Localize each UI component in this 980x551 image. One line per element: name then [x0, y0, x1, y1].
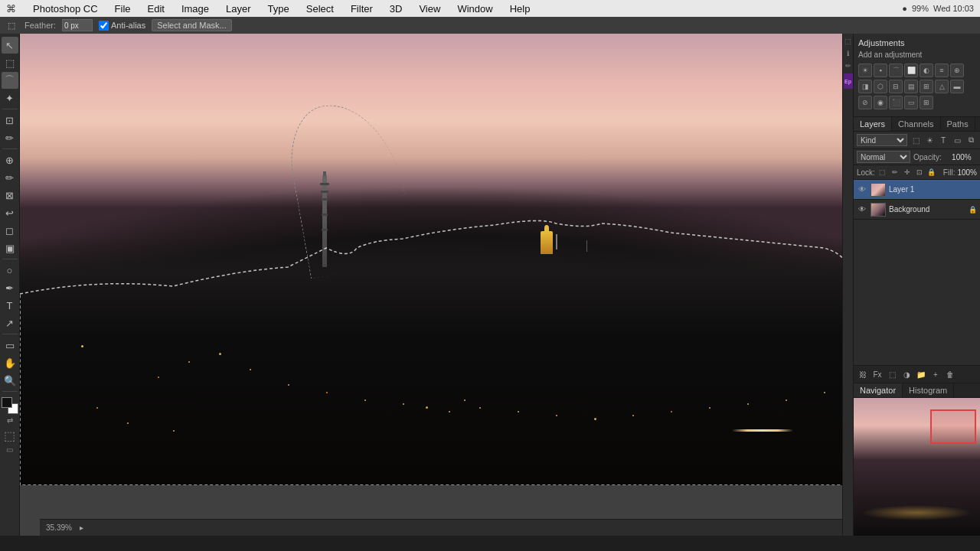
tab-histogram[interactable]: Histogram	[903, 383, 954, 397]
invert-adj[interactable]: ⊘	[858, 96, 872, 109]
color-lookup-adj[interactable]: ▤	[904, 80, 918, 93]
menu-type[interactable]: Type	[265, 3, 292, 15]
swap-colors-icon[interactable]: ⇄	[7, 416, 13, 425]
lock-pixels-icon[interactable]: ✏	[890, 167, 900, 178]
menu-layer[interactable]: Layer	[223, 3, 254, 15]
menu-image[interactable]: Image	[178, 3, 212, 15]
pen-tool[interactable]: ✒	[2, 279, 18, 296]
exposure-adj[interactable]: ⬜	[904, 64, 918, 77]
menu-select[interactable]: Select	[303, 3, 337, 15]
delete-layer-btn[interactable]: 🗑	[944, 368, 956, 380]
channel-mixer-adj[interactable]: ⊟	[889, 80, 903, 93]
link-layers-btn[interactable]: ⛓	[857, 368, 869, 380]
lasso-tool-btn[interactable]: ⬚	[5, 20, 18, 31]
tool-separator-4	[2, 334, 18, 334]
select-and-mask-button[interactable]: Select and Mask...	[152, 19, 232, 31]
crop-tool[interactable]: ⊡	[2, 112, 18, 129]
eyedropper-tool[interactable]: ✏	[2, 129, 18, 146]
hsl-adj[interactable]: ≡	[935, 64, 949, 77]
adjustment-filter-icon[interactable]: ☀	[923, 134, 936, 146]
type-filter-icon[interactable]: T	[937, 134, 949, 146]
bw-adj[interactable]: ◨	[858, 80, 872, 93]
solid-color-adj[interactable]: ⬛	[889, 96, 903, 109]
shape-filter-icon[interactable]: ▭	[951, 134, 963, 146]
healing-brush-tool[interactable]: ⊕	[2, 152, 18, 168]
shape-tool[interactable]: ▭	[2, 337, 18, 354]
selective-color-adj[interactable]: ◉	[874, 96, 887, 109]
pixel-filter-icon[interactable]: ⬚	[910, 134, 922, 146]
threshold-adj[interactable]: △	[935, 80, 949, 93]
layer-visibility-background[interactable]: 👁	[857, 204, 867, 215]
vibrance-adj[interactable]: ◐	[920, 64, 933, 77]
layer-visibility-layer1[interactable]: 👁	[857, 184, 867, 195]
selection-tool[interactable]: ⬚	[2, 54, 18, 71]
menu-view[interactable]: View	[416, 3, 443, 15]
screen-mode-icon[interactable]: ▭	[6, 445, 13, 454]
opacity-value[interactable]: 100%	[945, 153, 972, 161]
posterize-adj[interactable]: ⊞	[920, 80, 933, 93]
menu-filter[interactable]: Filter	[348, 3, 376, 15]
gradient-fill-adj[interactable]: ▭	[904, 96, 918, 109]
navigator-viewport-box[interactable]	[930, 409, 976, 444]
tab-navigator[interactable]: Navigator	[854, 383, 903, 397]
add-layer-style-btn[interactable]: Fx	[871, 368, 884, 380]
apple-logo[interactable]: ⌘	[6, 3, 16, 15]
history-brush-tool[interactable]: ↩	[2, 204, 18, 221]
gradient-tool[interactable]: ▣	[2, 240, 18, 256]
menu-edit[interactable]: Edit	[145, 3, 168, 15]
dodge-tool[interactable]: ○	[2, 262, 18, 279]
levels-adj[interactable]: ▪	[874, 64, 887, 77]
magic-wand-tool[interactable]: ✦	[2, 90, 18, 106]
lasso-tool[interactable]: ⌒	[2, 72, 18, 89]
smart-filter-icon[interactable]: ⧉	[965, 134, 977, 146]
photo-filter-adj[interactable]: ⬡	[874, 80, 887, 93]
brightness-contrast-adj[interactable]: ☀	[858, 64, 872, 77]
layer-thumbnail-background	[871, 203, 886, 217]
curves-adj[interactable]: ⌒	[889, 64, 903, 77]
lock-artboard-icon[interactable]: ⊡	[914, 167, 925, 178]
gradient-map-adj[interactable]: ▬	[950, 80, 964, 93]
stamp-tool[interactable]: ⊠	[2, 187, 18, 204]
brush-panel-icon[interactable]: ✏	[844, 61, 853, 70]
foreground-color-swatch[interactable]	[2, 397, 12, 408]
create-layer-btn[interactable]: +	[929, 368, 942, 380]
menu-file[interactable]: File	[112, 3, 134, 15]
lock-all-icon[interactable]: 🔒	[926, 167, 937, 178]
tab-channels[interactable]: Channels	[892, 117, 940, 131]
color-picker-area[interactable]	[2, 397, 18, 414]
brush-tool[interactable]: ✏	[2, 169, 18, 186]
menu-3d[interactable]: 3D	[387, 3, 406, 15]
feather-input[interactable]	[62, 19, 93, 31]
color-balance-adj[interactable]: ⊕	[950, 64, 964, 77]
fill-value[interactable]: 100%	[957, 168, 977, 177]
navigator-tabs: Navigator Histogram	[854, 383, 980, 398]
opacity-label: Opacity:	[913, 153, 942, 161]
kind-filter-select[interactable]: Kind	[857, 134, 907, 146]
text-tool[interactable]: T	[2, 297, 18, 314]
path-selection-tool[interactable]: ↗	[2, 315, 18, 331]
tab-paths[interactable]: Paths	[941, 117, 975, 131]
adjustments-icon[interactable]: ⬚	[844, 37, 853, 46]
tab-layers[interactable]: Layers	[854, 117, 892, 131]
menu-window[interactable]: Window	[454, 3, 495, 15]
mask-mode-icon[interactable]: ⬚	[4, 429, 15, 443]
hand-tool[interactable]: ✋	[2, 354, 18, 371]
menu-help[interactable]: Help	[507, 3, 534, 15]
adjustments-panel: Adjustments Add an adjustment ☀ ▪ ⌒ ⬜ ◐ …	[854, 34, 980, 117]
lock-transparent-icon[interactable]: ⬚	[877, 167, 888, 178]
move-tool[interactable]: ↖	[2, 37, 18, 54]
add-mask-btn[interactable]: ⬚	[886, 368, 898, 380]
pattern-adj[interactable]: ⊞	[920, 96, 933, 109]
eraser-tool[interactable]: ◻	[2, 222, 18, 239]
ep-extension-icon[interactable]: Ep	[844, 73, 853, 89]
layer-item-layer1[interactable]: 👁 Layer 1	[854, 180, 980, 200]
create-adjustment-btn[interactable]: ◑	[900, 368, 913, 380]
layer-item-background[interactable]: 👁 Background 🔒	[854, 200, 980, 220]
zoom-tool[interactable]: 🔍	[2, 372, 18, 389]
lock-position-icon[interactable]: ✛	[902, 167, 913, 178]
anti-alias-toggle[interactable]: Anti-alias	[99, 21, 145, 31]
blend-mode-select[interactable]: Normal	[857, 151, 910, 163]
app-name-menu[interactable]: Photoshop CC	[30, 3, 101, 15]
create-group-btn[interactable]: 📁	[915, 368, 927, 380]
info-icon[interactable]: ℹ	[844, 49, 853, 58]
